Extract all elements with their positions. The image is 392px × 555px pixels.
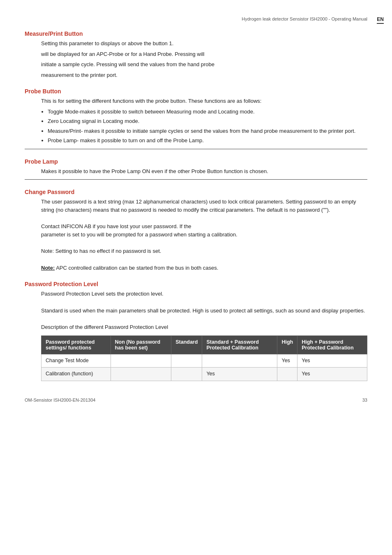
- change-password-note1: Note: Setting to has no effect if no pas…: [41, 247, 367, 255]
- table-header-standard-plus: Standard + Password Protected Calibratio…: [202, 335, 277, 354]
- section-change-password: Change Password The user password is a t…: [25, 189, 367, 272]
- section-probe-button: Probe Button This is for setting the dif…: [25, 88, 367, 149]
- table-cell-standard-plus: [202, 354, 277, 368]
- section-password-protection: Password Protection Level Password Prote…: [25, 281, 367, 381]
- footer-left: OM-Sensistor ISH2000-EN-201304: [25, 398, 95, 402]
- protection-level-table: Password protected settings/ functions N…: [41, 335, 367, 381]
- section-title-measure-print: Measure/Print Button: [25, 30, 367, 37]
- change-password-text1: The user password is a text string (max …: [41, 198, 367, 214]
- table-cell-non: [111, 368, 171, 381]
- password-protection-text2: Standard is used when the main parameter…: [41, 307, 367, 315]
- table-cell-standard-plus: Yes: [202, 368, 277, 381]
- note-label: Note:: [41, 265, 55, 271]
- table-header-non: Non (No password has been set): [111, 335, 171, 354]
- note-text: APC controlled calibration can be starte…: [56, 265, 218, 271]
- section-title-password-protection: Password Protection Level: [25, 281, 367, 287]
- table-cell-setting: Calibration (function): [42, 368, 111, 381]
- password-protection-text3: Description of the different Password Pr…: [41, 323, 367, 331]
- section-title-change-password: Change Password: [25, 189, 367, 195]
- table-header-settings: Password protected settings/ functions: [42, 335, 111, 354]
- table-header-high-plus: High + Password Protected Calibration: [297, 335, 367, 354]
- measure-print-text4: measurement to the printer port.: [41, 71, 367, 79]
- table-cell-high-plus: Yes: [297, 354, 367, 368]
- section-body-password-protection: Password Protection Level sets the prote…: [41, 290, 367, 381]
- table-cell-high: [277, 368, 297, 381]
- section-divider: [25, 179, 367, 180]
- table-cell-standard: [171, 368, 202, 381]
- table-cell-setting: Change Test Mode: [42, 354, 111, 368]
- list-item: Toggle Mode-makes it possible to switch …: [48, 108, 367, 116]
- measure-print-text: Setting this parameter to displays or ab…: [41, 39, 367, 48]
- probe-button-list: Toggle Mode-makes it possible to switch …: [48, 108, 367, 145]
- list-item: Zero Locating signal in Locating mode.: [48, 117, 367, 125]
- section-body-probe-lamp: Makes it possible to have the Probe Lamp…: [41, 167, 367, 176]
- table-header-standard: Standard: [171, 335, 202, 354]
- measure-print-text2: will be displayed for an APC-Probe or fo…: [41, 50, 367, 58]
- page-header: Hydrogen leak detector Sensistor ISH2000…: [25, 16, 367, 23]
- footer-right: 33: [362, 398, 367, 402]
- probe-lamp-text: Makes it possible to have the Probe Lamp…: [41, 167, 367, 176]
- table-cell-high-plus: Yes: [297, 368, 367, 381]
- probe-button-intro: This is for setting the different functi…: [41, 97, 367, 105]
- section-measure-print: Measure/Print Button Setting this parame…: [25, 30, 367, 79]
- page-footer: OM-Sensistor ISH2000-EN-201304 33: [25, 398, 367, 402]
- section-probe-lamp: Probe Lamp Makes it possible to have the…: [25, 158, 367, 180]
- section-body-measure-print: Setting this parameter to displays or ab…: [41, 39, 367, 79]
- measure-print-text3: initiate a sample cycle. Pressing will s…: [41, 60, 367, 69]
- section-title-probe-lamp: Probe Lamp: [25, 158, 367, 165]
- section-body-probe-button: This is for setting the different functi…: [41, 97, 367, 145]
- table-cell-non: [111, 354, 171, 368]
- table-row: Calibration (function) Yes Yes: [42, 368, 367, 381]
- change-password-note2: Note: APC controlled calibration can be …: [41, 264, 367, 272]
- list-item: Probe Lamp- makes it possible to turn on…: [48, 136, 367, 145]
- table-header-high: High: [277, 335, 297, 354]
- section-divider: [25, 149, 367, 149]
- list-item: Measure/Print- makes it possible to init…: [48, 127, 367, 135]
- language-label: EN: [377, 16, 384, 24]
- table-row: Change Test Mode Yes Yes: [42, 354, 367, 368]
- section-title-probe-button: Probe Button: [25, 88, 367, 95]
- change-password-text2: Contact INFICON AB if you have lost your…: [41, 222, 367, 238]
- table-cell-high: Yes: [277, 354, 297, 368]
- section-body-change-password: The user password is a text string (max …: [41, 198, 367, 272]
- table-cell-standard: [171, 354, 202, 368]
- password-protection-text1: Password Protection Level sets the prote…: [41, 290, 367, 298]
